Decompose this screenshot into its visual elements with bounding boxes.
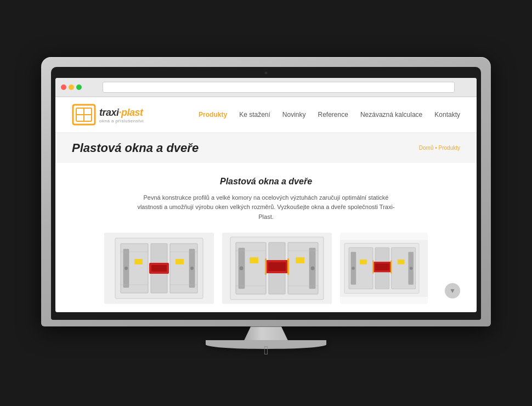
nav-item-kontakty[interactable]: Kontakty <box>434 111 460 119</box>
monitor-stand-base:  <box>206 340 326 349</box>
svg-rect-10 <box>151 265 167 272</box>
browser-dots <box>61 84 82 90</box>
monitor: traxi·plast okna a příslušenství Produkt… <box>41 57 491 349</box>
product-card-3[interactable] <box>340 233 428 304</box>
svg-point-15 <box>124 267 128 270</box>
logo-name: traxi·plast <box>99 106 144 119</box>
dot-minimize[interactable] <box>69 84 74 90</box>
monitor-frame: traxi·plast okna a příslušenství Produkt… <box>41 57 491 327</box>
breadcrumb-current: Produkty <box>439 145 460 151</box>
svg-rect-46 <box>375 264 389 271</box>
product-image-3 <box>340 240 428 297</box>
svg-rect-48 <box>390 261 392 274</box>
svg-rect-28 <box>265 258 267 275</box>
site-header: traxi·plast okna a příslušenství Produkt… <box>55 97 477 133</box>
svg-point-16 <box>190 267 194 270</box>
page-hero: Plastová okna a dveře Domů • Produkty <box>55 133 477 163</box>
svg-rect-12 <box>176 259 184 264</box>
nav-item-kalkulace[interactable]: Nezávazná kalculace <box>360 111 422 119</box>
scroll-down-button[interactable]: ▼ <box>445 283 460 298</box>
svg-rect-47 <box>372 261 373 274</box>
products-row: ▼ <box>72 233 460 304</box>
content-description: Pevná konstrukce profilů a velké komory … <box>134 193 398 222</box>
monitor-stand-neck <box>244 326 288 340</box>
monitor-camera <box>264 71 268 75</box>
product-card-1[interactable] <box>104 233 214 304</box>
logo-tagline: okna a příslušenství <box>99 119 144 123</box>
product-image-1 <box>104 233 214 304</box>
breadcrumb-separator: • <box>433 145 438 151</box>
main-content: Plastová okna a dveře Pevná konstrukce p… <box>55 163 477 313</box>
svg-rect-31 <box>296 257 304 263</box>
svg-rect-27 <box>268 262 286 271</box>
svg-rect-50 <box>398 260 405 264</box>
content-title: Plastová okna a dveře <box>72 177 460 187</box>
dot-maximize[interactable] <box>76 84 82 90</box>
svg-rect-29 <box>287 258 289 275</box>
product-card-2[interactable] <box>222 233 332 304</box>
product-image-2 <box>222 233 332 304</box>
svg-point-53 <box>352 267 355 270</box>
svg-rect-30 <box>250 257 258 263</box>
logo-area: traxi·plast okna a příslušenství <box>72 104 144 126</box>
nav-item-ke-stazeni[interactable]: Ke stažení <box>239 111 270 119</box>
svg-point-35 <box>311 267 315 270</box>
breadcrumb: Domů • Produkty <box>419 145 460 151</box>
site-nav: Produkty Ke stažení Novinky Reference Ne… <box>199 111 460 119</box>
dot-close[interactable] <box>61 84 66 90</box>
site-content: traxi·plast okna a příslušenství Produkt… <box>55 97 477 313</box>
logo-icon <box>72 104 96 126</box>
browser-window: traxi·plast okna a příslušenství Produkt… <box>55 78 477 313</box>
svg-point-54 <box>410 267 413 270</box>
nav-item-reference[interactable]: Reference <box>318 111 348 119</box>
breadcrumb-home: Domů <box>419 145 434 151</box>
page-title: Plastová okna a dveře <box>72 141 199 155</box>
svg-rect-49 <box>360 260 367 264</box>
svg-point-34 <box>240 267 244 270</box>
chevron-down-icon: ▼ <box>449 287 456 295</box>
nav-item-produkty[interactable]: Produkty <box>199 111 227 119</box>
svg-rect-11 <box>134 259 143 264</box>
url-bar[interactable] <box>103 82 455 93</box>
browser-chrome <box>55 78 477 97</box>
nav-item-novinky[interactable]: Novinky <box>282 111 306 119</box>
apple-logo:  <box>206 343 326 358</box>
logo-text: traxi·plast okna a příslušenství <box>99 106 144 123</box>
monitor-bezel: traxi·plast okna a příslušenství Produkt… <box>51 67 481 320</box>
